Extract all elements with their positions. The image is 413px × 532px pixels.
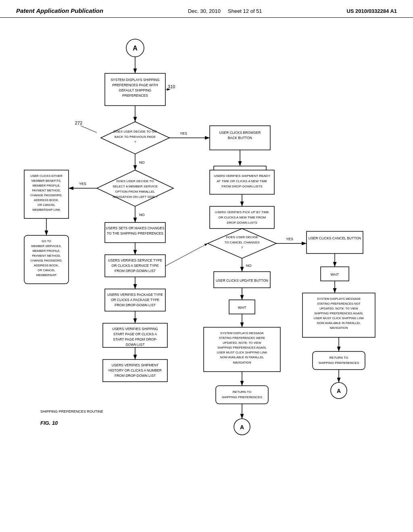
svg-text:STATING PREFERENCES WERE: STATING PREFERENCES WERE <box>219 336 265 340</box>
svg-text:CHANGE PASSWORD,: CHANGE PASSWORD, <box>30 259 62 262</box>
svg-text:RETURN TO: RETURN TO <box>330 356 348 360</box>
publication-title: Patent Application Publication <box>16 7 103 14</box>
svg-text:YES: YES <box>180 131 187 135</box>
svg-text:BACK BUTTON: BACK BUTTON <box>228 136 252 140</box>
svg-text:UPDATED. NOTE: TO VIEW: UPDATED. NOTE: TO VIEW <box>223 341 262 345</box>
svg-text:?: ? <box>241 246 243 249</box>
svg-text:OR CLICKS A SERVICE TYPE: OR CLICKS A SERVICE TYPE <box>112 264 159 268</box>
svg-text:PAYMENT METHOD,: PAYMENT METHOD, <box>32 254 61 258</box>
svg-text:FIG. 10: FIG. 10 <box>40 420 58 426</box>
svg-text:DOES USER DECIDE: DOES USER DECIDE <box>226 235 258 239</box>
svg-text:FROM DROP-DOWN LIST: FROM DROP-DOWN LIST <box>115 374 156 378</box>
patent-number: US 2010/0332284 A1 <box>346 8 397 14</box>
svg-text:TO CANCEL CHANGES: TO CANCEL CHANGES <box>224 241 259 244</box>
diagram-area: A SYSTEM DISPLAYS SHIPPING PREFERENCES P… <box>0 18 413 501</box>
svg-text:USERS SETS OR MAKES CHANGES: USERS SETS OR MAKES CHANGES <box>106 226 165 230</box>
svg-text:RETURN TO: RETURN TO <box>233 390 251 394</box>
svg-text:USERS VERIFIES SERVICE TYPE: USERS VERIFIES SERVICE TYPE <box>108 258 163 262</box>
svg-text:OR CLICKS A PACKAGE TYPE: OR CLICKS A PACKAGE TYPE <box>111 298 159 302</box>
svg-text:WAIT: WAIT <box>331 272 339 276</box>
svg-text:OR CANCEL: OR CANCEL <box>38 268 55 272</box>
svg-text:SHIPPING PREFERENCES AGAIN,: SHIPPING PREFERENCES AGAIN, <box>217 346 266 349</box>
svg-text:AT TIME OR CLICKS A NEW TIME: AT TIME OR CLICKS A NEW TIME <box>217 179 267 183</box>
svg-text:MEMBER SERVICES,: MEMBER SERVICES, <box>31 244 62 248</box>
svg-text:WAIT: WAIT <box>238 305 246 310</box>
svg-text:DOES USER DECIDE TO GO: DOES USER DECIDE TO GO <box>113 130 156 133</box>
svg-text:272: 272 <box>75 121 82 125</box>
svg-text:USERS VERIFIES SHIPPING: USERS VERIFIES SHIPPING <box>112 327 158 331</box>
svg-text:START PAGE OR CLICKS A: START PAGE OR CLICKS A <box>113 332 157 336</box>
svg-text:DEFAULT SHIPPING: DEFAULT SHIPPING <box>119 88 151 92</box>
svg-text:DROP-DOWN LISTS: DROP-DOWN LISTS <box>227 221 257 224</box>
svg-text:USERS VERIFIES SHIPMENT: USERS VERIFIES SHIPMENT <box>112 363 159 367</box>
svg-text:ADDRESS BOOK,: ADDRESS BOOK, <box>34 198 59 202</box>
svg-text:PREFERENCES PAGE WITH: PREFERENCES PAGE WITH <box>112 83 158 87</box>
svg-text:NOW AVAILABLE IN PARALLEL: NOW AVAILABLE IN PARALLEL <box>317 321 361 325</box>
svg-text:OPTION FROM PARALLEL: OPTION FROM PARALLEL <box>115 190 155 193</box>
svg-text:SHIPPING PREFERENCES: SHIPPING PREFERENCES <box>319 361 359 365</box>
svg-text:ADDRESS BOOK,: ADDRESS BOOK, <box>34 264 59 267</box>
svg-text:OR CANCEL: OR CANCEL <box>38 203 55 207</box>
flowchart-svg: A SYSTEM DISPLAYS SHIPPING PREFERENCES P… <box>16 26 399 493</box>
svg-text:NAVIGATION: NAVIGATION <box>233 361 251 364</box>
svg-text:USER CLICKS BROWSER: USER CLICKS BROWSER <box>219 131 261 135</box>
svg-text:STATING PREFERENCES NOT: STATING PREFERENCES NOT <box>317 302 361 305</box>
svg-line-140 <box>165 243 208 266</box>
svg-text:SYSTEM DISPLAYS MESSAGE: SYSTEM DISPLAYS MESSAGE <box>317 297 361 301</box>
svg-text:NAVIGATION ON LEFT SIDE ?: NAVIGATION ON LEFT SIDE ? <box>113 195 158 199</box>
svg-text:A: A <box>133 45 138 52</box>
svg-text:MEMBERSHIP LINK: MEMBERSHIP LINK <box>32 208 60 212</box>
svg-text:310: 310 <box>168 84 175 89</box>
publication-date: Dec. 30, 2010 <box>188 8 221 14</box>
svg-text:DOES USER DECIDE TO: DOES USER DECIDE TO <box>117 179 154 183</box>
svg-text:DOWN LIST: DOWN LIST <box>125 343 144 347</box>
svg-text:SHIPPING PREFERENCES AGAIN,: SHIPPING PREFERENCES AGAIN, <box>314 312 363 315</box>
svg-text:YES: YES <box>79 182 86 186</box>
svg-text:USERS VERIFIES PACKAGE TYPE: USERS VERIFIES PACKAGE TYPE <box>107 293 163 297</box>
svg-text:PAYMENT METHOD,: PAYMENT METHOD, <box>32 189 61 192</box>
svg-text:MEMBERSHIP: MEMBERSHIP <box>36 273 56 277</box>
svg-text:NOW AVAILABLE IN PARALLEL: NOW AVAILABLE IN PARALLEL <box>220 355 264 359</box>
svg-text:USER CLICKS UPDATE BUTTON: USER CLICKS UPDATE BUTTON <box>216 278 268 283</box>
svg-text:HISTORY OR CLICKS A NUMBER: HISTORY OR CLICKS A NUMBER <box>108 368 162 372</box>
svg-text:A: A <box>337 388 341 394</box>
svg-text:A: A <box>240 424 244 430</box>
svg-text:SHIPPING PREFERENCES: SHIPPING PREFERENCES <box>222 395 262 399</box>
svg-text:UPDATED. NOTE: TO VIEW: UPDATED. NOTE: TO VIEW <box>319 307 359 310</box>
svg-text:FROM DROP-DOWN LIST: FROM DROP-DOWN LIST <box>115 303 156 307</box>
svg-text:FROM DROP-DOWN LIST: FROM DROP-DOWN LIST <box>115 269 156 273</box>
svg-text:MEMBER PROFILE,: MEMBER PROFILE, <box>32 184 60 187</box>
svg-text:NO: NO <box>246 264 252 268</box>
svg-text:MEMBER PROFILE,: MEMBER PROFILE, <box>32 249 60 253</box>
svg-text:SYSTEM DISPLAYS MESSAGE: SYSTEM DISPLAYS MESSAGE <box>220 331 264 335</box>
svg-text:PREFERENCES: PREFERENCES <box>122 94 148 98</box>
svg-text:SHIPPING PREFERENCES ROUTINE: SHIPPING PREFERENCES ROUTINE <box>40 409 103 414</box>
page-header: Patent Application Publication Dec. 30, … <box>0 0 413 18</box>
svg-text:USER MUST CLICK SHIPPING LINK: USER MUST CLICK SHIPPING LINK <box>314 316 364 320</box>
svg-text:START PAGE FROM DROP-: START PAGE FROM DROP- <box>113 337 157 341</box>
svg-text:MEMBER BENEFITS,: MEMBER BENEFITS, <box>31 179 61 183</box>
svg-text:?: ? <box>134 140 136 144</box>
svg-text:FROM DROP-DOWN LISTS: FROM DROP-DOWN LISTS <box>221 185 262 188</box>
svg-text:GO TO: GO TO <box>42 239 51 243</box>
svg-marker-29 <box>97 170 173 206</box>
svg-text:NO: NO <box>139 160 145 164</box>
svg-text:CHANGE PASSWORD,: CHANGE PASSWORD, <box>30 193 62 197</box>
svg-text:USERS VERIFIES PICK UP BY TIME: USERS VERIFIES PICK UP BY TIME <box>215 210 269 214</box>
svg-text:OR CLICKS A NEW TIME FROM: OR CLICKS A NEW TIME FROM <box>218 216 266 219</box>
svg-rect-118 <box>216 386 268 404</box>
svg-text:NO: NO <box>139 213 145 217</box>
svg-line-12 <box>81 126 97 133</box>
svg-text:USER CLICKS EITHER: USER CLICKS EITHER <box>30 174 63 178</box>
publication-date-sheet: Dec. 30, 2010 Sheet 12 of 51 <box>188 8 262 14</box>
sheet-info: Sheet 12 of 51 <box>228 8 262 14</box>
svg-rect-80 <box>307 231 363 254</box>
svg-text:SYSTEM DISPLAYS SHIPPING: SYSTEM DISPLAYS SHIPPING <box>111 78 159 82</box>
svg-text:NAVIGATION: NAVIGATION <box>330 326 348 330</box>
svg-text:TO THE SHIPPING PREFERENCES: TO THE SHIPPING PREFERENCES <box>107 231 163 235</box>
svg-text:YES: YES <box>286 237 293 241</box>
svg-text:USERS VERIFIES SHIPMENT READY: USERS VERIFIES SHIPMENT READY <box>214 174 270 178</box>
svg-text:USER MUST CLICK SHIPPING LINK: USER MUST CLICK SHIPPING LINK <box>217 351 267 354</box>
svg-rect-95 <box>313 351 365 370</box>
page: Patent Application Publication Dec. 30, … <box>0 0 413 532</box>
